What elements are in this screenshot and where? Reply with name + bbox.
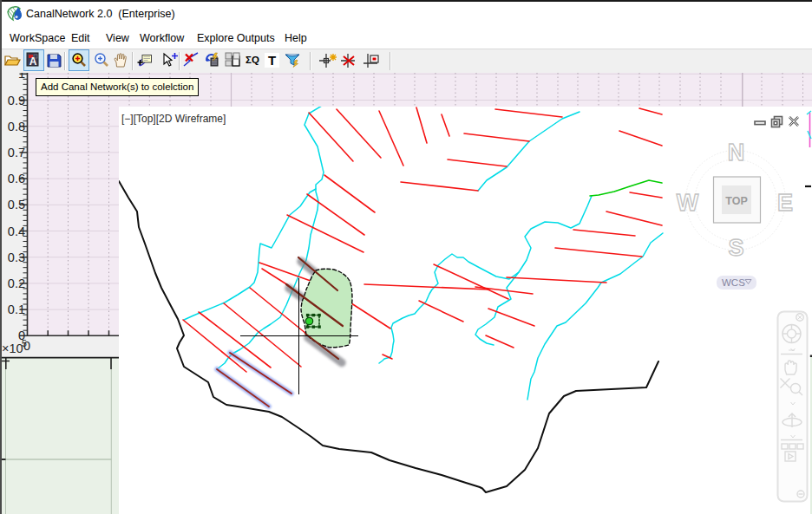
svg-text:0.9: 0.9 (8, 94, 25, 107)
svg-text:0.4: 0.4 (8, 224, 25, 238)
svg-text:A: A (29, 55, 37, 68)
svg-text:×10: ×10 (2, 342, 23, 355)
svg-text:TOP: TOP (725, 195, 747, 207)
svg-text:0.2: 0.2 (8, 277, 25, 290)
svg-text:5: 5 (22, 338, 27, 348)
svg-text:0.8: 0.8 (8, 120, 25, 133)
svg-text:W: W (677, 190, 699, 216)
svg-text:1: 1 (18, 73, 25, 81)
svg-text:ΣQ: ΣQ (246, 55, 259, 65)
svg-text:T: T (268, 53, 276, 68)
svg-text:0.7: 0.7 (8, 146, 25, 159)
svg-text:0.3: 0.3 (8, 250, 25, 264)
svg-text:WCS: WCS (722, 277, 745, 288)
svg-text:0.1: 0.1 (8, 303, 25, 316)
svg-text:S: S (728, 235, 743, 261)
svg-text:0.6: 0.6 (8, 172, 25, 185)
svg-text:N: N (728, 140, 745, 166)
svg-text:0.5: 0.5 (8, 198, 25, 211)
svg-text:E: E (777, 190, 793, 216)
